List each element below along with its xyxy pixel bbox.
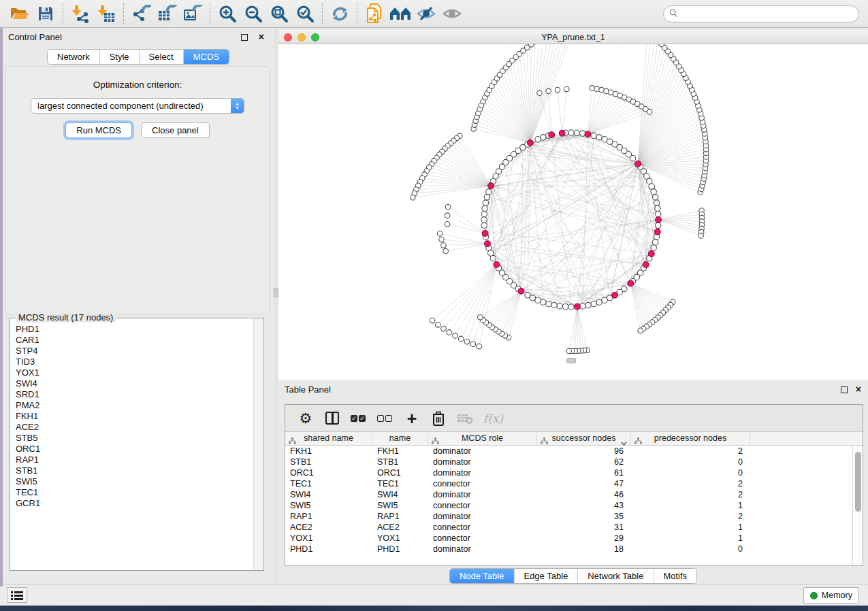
network-node[interactable] — [482, 205, 487, 211]
network-node[interactable] — [445, 204, 451, 210]
network-node[interactable] — [535, 137, 541, 142]
search-input[interactable] — [681, 9, 858, 19]
network-node[interactable] — [638, 328, 643, 333]
network-node[interactable] — [410, 195, 415, 200]
network-node[interactable] — [596, 135, 602, 140]
network-node[interactable] — [483, 200, 488, 205]
network-node[interactable] — [447, 330, 452, 335]
network-node[interactable] — [488, 250, 494, 256]
mcds-node[interactable] — [654, 229, 660, 235]
mcds-result-item[interactable]: STB5 — [11, 433, 253, 444]
hide-eye-icon[interactable] — [413, 3, 439, 24]
network-node[interactable] — [481, 222, 487, 228]
column-header-mcds-role[interactable]: MCDS role — [428, 432, 537, 445]
network-node[interactable] — [594, 86, 600, 92]
save-session-icon[interactable] — [33, 3, 59, 24]
sort-chevron-icon[interactable] — [621, 437, 627, 445]
tab-mcds[interactable]: MCDS — [184, 50, 229, 64]
mcds-result-item[interactable]: STB1 — [11, 465, 253, 476]
zoom-out-icon[interactable] — [240, 3, 266, 24]
column-header-successor-nodes[interactable]: successor nodes — [537, 432, 631, 445]
network-node[interactable] — [478, 315, 483, 320]
network-node[interactable] — [551, 302, 557, 308]
mcds-result-item[interactable]: ORC1 — [11, 444, 253, 455]
show-eye-icon[interactable] — [439, 3, 465, 24]
network-node[interactable] — [555, 87, 560, 93]
table-row[interactable]: SWI5SWI5connector431 — [285, 500, 863, 511]
network-node[interactable] — [652, 195, 658, 200]
network-node[interactable] — [477, 344, 482, 349]
network-node[interactable] — [655, 205, 660, 211]
mcds-result-item[interactable]: PMA2 — [11, 400, 253, 411]
home-icon[interactable] — [387, 3, 413, 24]
network-node[interactable] — [564, 86, 569, 92]
network-node[interactable] — [647, 110, 652, 115]
table-settings-icon[interactable]: ⚙ — [298, 410, 314, 427]
close-panel-button[interactable]: Close panel — [141, 122, 210, 138]
network-node[interactable] — [464, 339, 470, 344]
mcds-node[interactable] — [656, 217, 662, 223]
run-mcds-button[interactable]: Run MCDS — [65, 122, 132, 138]
zoom-in-icon[interactable] — [214, 3, 240, 24]
table-row[interactable]: TEC1TEC1connector472 — [285, 478, 863, 489]
import-table-icon[interactable] — [93, 3, 119, 24]
network-node[interactable] — [541, 135, 546, 140]
tab-edge-table[interactable]: Edge Table — [514, 569, 578, 583]
network-node[interactable] — [435, 323, 440, 328]
tab-node-table[interactable]: Node Table — [450, 569, 515, 583]
task-history-button[interactable] — [7, 587, 27, 603]
mcds-node[interactable] — [518, 288, 524, 294]
result-scrollbar[interactable] — [253, 319, 263, 569]
network-node[interactable] — [546, 88, 551, 94]
zoom-fit-icon[interactable] — [266, 3, 292, 24]
mcds-result-item[interactable]: CAR1 — [11, 335, 253, 346]
mcds-node[interactable] — [482, 231, 488, 237]
mcds-node[interactable] — [485, 241, 491, 247]
horizontal-splitter-grip[interactable] — [566, 358, 576, 363]
network-node[interactable] — [546, 301, 551, 306]
mcds-result-item[interactable]: PHD1 — [11, 324, 253, 335]
network-node[interactable] — [470, 342, 476, 347]
table-row[interactable]: YOX1YOX1connector291 — [285, 533, 863, 544]
network-node[interactable] — [602, 297, 607, 303]
network-node[interactable] — [445, 222, 450, 227]
table-row[interactable]: RAP1RAP1dominator352 — [285, 511, 863, 522]
network-node[interactable] — [458, 336, 464, 342]
network-node[interactable] — [443, 248, 449, 254]
mcds-result-item[interactable]: YOX1 — [11, 367, 253, 378]
close-table-panel-icon[interactable]: × — [856, 384, 861, 395]
tab-network[interactable]: Network — [48, 50, 100, 64]
network-node[interactable] — [566, 348, 572, 354]
mcds-result-item[interactable]: TEC1 — [11, 487, 253, 498]
mcds-node[interactable] — [635, 161, 641, 167]
network-node[interactable] — [630, 155, 635, 161]
network-node[interactable] — [568, 304, 574, 310]
network-node[interactable] — [651, 189, 656, 195]
network-node[interactable] — [651, 245, 656, 250]
network-node[interactable] — [441, 243, 447, 248]
add-column-icon[interactable]: + — [404, 410, 420, 427]
mcds-result-item[interactable]: ACE2 — [11, 422, 253, 433]
tab-motifs[interactable]: Motifs — [654, 569, 696, 583]
unselect-all-icon[interactable] — [377, 410, 393, 427]
network-node[interactable] — [659, 44, 664, 47]
tab-select[interactable]: Select — [140, 50, 184, 64]
network-node[interactable] — [568, 130, 574, 135]
criterion-select[interactable]: largest connected component (undirected)… — [31, 98, 244, 114]
open-session-icon[interactable] — [7, 3, 33, 24]
network-node[interactable] — [453, 333, 458, 339]
mcds-result-item[interactable]: FKH1 — [11, 411, 253, 422]
column-header-shared-name[interactable]: shared name — [285, 432, 372, 445]
network-node[interactable] — [698, 233, 704, 239]
network-node[interactable] — [537, 90, 543, 96]
show-columns-icon[interactable] — [324, 410, 340, 427]
network-node[interactable] — [596, 299, 602, 305]
mcds-node[interactable] — [575, 303, 581, 310]
network-node[interactable] — [649, 184, 654, 189]
network-node[interactable] — [525, 293, 530, 298]
network-node[interactable] — [574, 130, 579, 135]
network-node[interactable] — [591, 301, 596, 306]
import-network-icon[interactable] — [67, 3, 93, 24]
mcds-node[interactable] — [648, 251, 654, 257]
export-image-icon[interactable] — [180, 3, 206, 24]
